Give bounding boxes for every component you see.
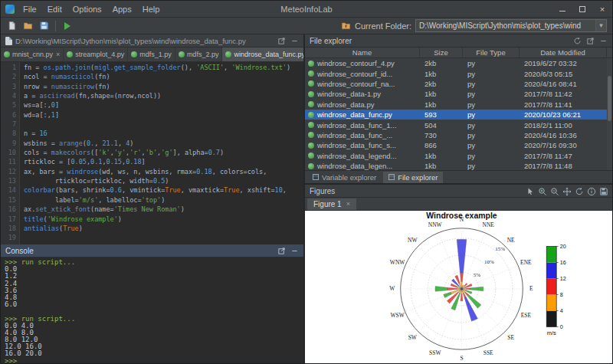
- file-name-cell: windrose_data-1.py: [305, 89, 420, 99]
- menu-options[interactable]: Options: [67, 3, 107, 15]
- code-line[interactable]: 15 label='m/s', labelloc='top'): [1, 195, 303, 205]
- direction-label: WNW: [390, 259, 405, 266]
- file-row[interactable]: windrose_contourf_id...1kbpy2020/6/3 05:…: [305, 68, 607, 78]
- cursor-arrow-icon[interactable]: [526, 187, 534, 195]
- python-file-icon: [4, 51, 10, 57]
- editor-tab-label: mdfs_1.py: [139, 51, 172, 58]
- code-line[interactable]: 16ax.set_xtick_font(name='Times New Roma…: [1, 205, 303, 214]
- new-file-button[interactable]: [5, 19, 18, 33]
- editor-tab[interactable]: windrose_data_func.py: [222, 48, 303, 61]
- menu-file[interactable]: File: [18, 3, 42, 15]
- close-icon[interactable]: ×: [56, 51, 60, 58]
- code-line[interactable]: 7: [1, 120, 303, 129]
- file-row[interactable]: windrose_data_func_...730py2020/4/16 10:…: [305, 130, 607, 140]
- code-line[interactable]: 9wsbins = arange(0., 21.1, 4): [1, 139, 303, 148]
- open-file-button[interactable]: [21, 19, 34, 33]
- left-pane: D:\Working\MIScript\Jython\mis\plot_type…: [1, 34, 305, 363]
- file-row[interactable]: windrose_data_legen...1kbpy2017/7/8 11:4…: [305, 161, 607, 170]
- hide-panel-icon[interactable]: [599, 37, 608, 45]
- figure-canvas[interactable]: NNNENEENEEESESESSESSSWSWWSWWWNWNWNNW5%10…: [305, 211, 612, 363]
- identify-icon[interactable]: [587, 187, 595, 195]
- refresh-icon[interactable]: [573, 37, 582, 45]
- save-button[interactable]: [37, 19, 51, 33]
- tab-variable-explorer[interactable]: Variable explorer: [307, 172, 382, 183]
- scrollbar[interactable]: [607, 58, 612, 170]
- file-date: 2019/6/27 03:32: [520, 58, 607, 68]
- console-line: 2.4: [5, 280, 300, 287]
- close-icon[interactable]: ×: [346, 200, 350, 208]
- maximize-button[interactable]: [572, 1, 592, 17]
- windrose-petal: [457, 239, 467, 273]
- close-button[interactable]: ×: [592, 1, 612, 17]
- file-type: py: [463, 130, 520, 140]
- code-line[interactable]: 5ws=a[:,0]: [1, 100, 303, 110]
- column-header-size[interactable]: Size: [420, 48, 463, 57]
- dropdown-arrow-icon[interactable]: ▾: [595, 20, 606, 31]
- code-line[interactable]: 3nrow = numasciirow(fn): [1, 82, 303, 91]
- column-header-name[interactable]: Name: [305, 48, 420, 57]
- panel-tab-icon: [313, 174, 319, 180]
- editor-tab[interactable]: mdfs_2.py: [175, 48, 223, 61]
- file-row[interactable]: windrose_data_func_s...866py2020/7/16 09…: [305, 140, 607, 150]
- float-window-icon[interactable]: [586, 37, 595, 45]
- editor-tab[interactable]: streamplot_4.py: [64, 48, 128, 61]
- python-file-icon: [308, 112, 314, 118]
- code-editor[interactable]: 1fn = os.path.join(migl.get_sample_folde…: [1, 62, 303, 244]
- scrollbar-thumb[interactable]: [608, 76, 611, 120]
- zoom-out-icon[interactable]: [550, 187, 559, 195]
- direction-label: WSW: [390, 312, 404, 319]
- console-title: Console: [5, 247, 34, 255]
- folder-up-icon[interactable]: [341, 21, 351, 31]
- hide-panel-icon[interactable]: [290, 37, 299, 45]
- run-script-button[interactable]: [61, 19, 74, 33]
- code-line[interactable]: 10cols = makecolors(['k','y','r','b','g'…: [1, 148, 303, 157]
- menu-apps[interactable]: Apps: [107, 3, 137, 15]
- code-line[interactable]: 1fn = os.path.join(migl.get_sample_folde…: [1, 63, 303, 72]
- file-row[interactable]: windrose_data.py1kbpy2017/7/8 11:41: [305, 100, 607, 110]
- menu-help[interactable]: Help: [137, 3, 166, 15]
- code-line[interactable]: 18antialias(True): [1, 224, 303, 233]
- file-row[interactable]: windrose_data_legend...1kbpy2017/7/8 11:…: [305, 151, 607, 161]
- column-header-date-modified[interactable]: Date Modified: [520, 48, 607, 57]
- code-line[interactable]: 12ax, bars = windrose(wd, ws, n, wsbins,…: [1, 167, 303, 176]
- code-line[interactable]: 13 rtickloc=rtickloc, width=0.5): [1, 176, 303, 185]
- figure-tab-label: Figure 1: [313, 200, 342, 208]
- file-row[interactable]: windrose_contourf_4.py2kbpy2019/6/27 03:…: [305, 58, 607, 68]
- file-row[interactable]: windrose_contourf_na...2kbpy2020/4/16 08…: [305, 79, 607, 89]
- current-folder-value: D:\Working\MIScript\Jython\mis\plot_type…: [416, 21, 595, 30]
- line-number: 4: [1, 91, 20, 100]
- column-header-file-type[interactable]: File Type: [463, 48, 520, 57]
- code-line[interactable]: 17title('Windrose example'): [1, 215, 303, 224]
- code-line[interactable]: 19: [1, 233, 303, 242]
- current-folder-combobox[interactable]: D:\Working\MIScript\Jython\mis\plot_type…: [415, 19, 607, 32]
- figure-tab[interactable]: Figure 1 ×: [307, 198, 356, 210]
- code-line[interactable]: 8n = 16: [1, 129, 303, 138]
- file-name: windrose_contourf_id...: [317, 70, 392, 78]
- file-name: windrose_contourf_na...: [317, 80, 395, 88]
- code-line[interactable]: 4a = asciiread(fn,shape=(nrow,ncol)): [1, 91, 303, 100]
- file-row[interactable]: windrose_data_func.py593py2020/10/23 06:…: [305, 110, 607, 120]
- menu-edit[interactable]: Edit: [42, 3, 67, 15]
- direction-label: NE: [507, 237, 515, 244]
- editor-tab-label: windrose_data_func.py: [234, 51, 303, 58]
- file-name-cell: windrose_data.py: [305, 100, 420, 110]
- editor-tab[interactable]: mdfs_1.py: [128, 48, 175, 61]
- float-window-icon[interactable]: [277, 247, 286, 255]
- tab-file-explorer[interactable]: File explorer: [383, 172, 443, 183]
- code-line[interactable]: 14colorbar(bars, shrink=0.6, vmintick=Tr…: [1, 185, 303, 195]
- rotate-icon[interactable]: [575, 187, 583, 195]
- code-line[interactable]: 2ncol = numasciicol(fn): [1, 72, 303, 81]
- float-window-icon[interactable]: [277, 37, 286, 45]
- console-line: 0.0 4.0: [5, 323, 300, 330]
- code-line[interactable]: 6wd=a[:,1]: [1, 110, 303, 120]
- editor-tab[interactable]: mnist_cnn.py×: [1, 48, 64, 61]
- hide-panel-icon[interactable]: [290, 247, 299, 255]
- file-row[interactable]: windrose_data-1.py1kbpy2017/7/8 11:42: [305, 89, 607, 99]
- console-output[interactable]: >>> run script...0.01.22.43.64.86.0>>> r…: [1, 257, 303, 363]
- file-row[interactable]: windrose_data_func_1...504py2018/2/1 11:…: [305, 120, 607, 130]
- save-figure-icon[interactable]: [599, 187, 608, 195]
- minimize-button[interactable]: [552, 1, 572, 17]
- code-line[interactable]: 11rtickloc = [0.05,0.1,0.15,0.18]: [1, 157, 303, 166]
- zoom-in-icon[interactable]: [538, 187, 546, 195]
- pan-icon[interactable]: [562, 187, 571, 195]
